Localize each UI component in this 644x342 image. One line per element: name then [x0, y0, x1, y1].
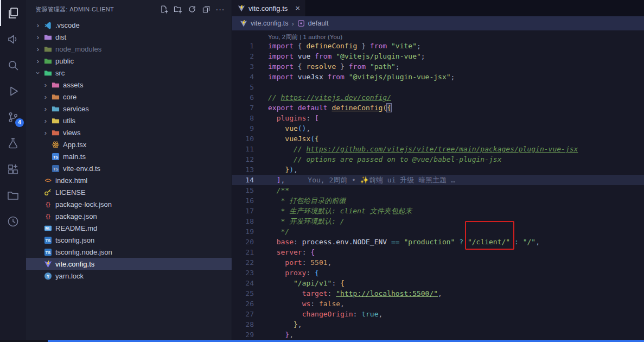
line-number[interactable]: 25	[232, 288, 254, 299]
chevron-collapsed-icon[interactable]: ›	[41, 117, 50, 125]
tree-item-views[interactable]: ›views	[26, 126, 232, 138]
line-number[interactable]: 14	[232, 175, 254, 185]
code-line-4[interactable]: 4import vueJsx from "@vitejs/plugin-vue-…	[232, 72, 644, 82]
line-number[interactable]: 27	[232, 309, 254, 319]
chevron-collapsed-icon[interactable]: ›	[41, 81, 50, 89]
breadcrumb-symbol[interactable]: default	[308, 20, 329, 27]
collapse-all-button[interactable]	[200, 3, 212, 15]
tree-item-public[interactable]: ›public	[26, 55, 232, 67]
code-line-21[interactable]: 21 server: {	[232, 247, 644, 257]
codelens-annotation[interactable]: You, 2周前 | 1 author (You)	[268, 30, 342, 41]
code-line-19[interactable]: 19 */	[232, 226, 644, 237]
line-number[interactable]: 12	[232, 154, 254, 164]
tree-item-dist[interactable]: ›dist	[26, 31, 232, 43]
code-line-5[interactable]: 5	[232, 82, 644, 92]
code-line-12[interactable]: 12 // options are passed on to @vue/babe…	[232, 154, 644, 164]
tree-item-package-lock.json[interactable]: {}package-lock.json	[26, 198, 232, 210]
code-line-10[interactable]: 10 vueJsx({	[232, 134, 644, 144]
activity-item-search[interactable]	[0, 52, 26, 78]
activity-item-source-control[interactable]: 4	[0, 104, 26, 130]
chevron-expanded-icon[interactable]: ›	[34, 68, 42, 77]
code-line-28[interactable]: 28 },	[232, 319, 644, 330]
tree-item-App.tsx[interactable]: App.tsx	[26, 138, 232, 150]
code-line-7[interactable]: 7export default defineConfig({	[232, 103, 644, 113]
line-number[interactable]: 17	[232, 206, 254, 216]
code-line-18[interactable]: 18 * 开发环境默认: /	[232, 216, 644, 226]
chevron-collapsed-icon[interactable]: ›	[34, 33, 42, 41]
close-tab-icon[interactable]: ×	[295, 4, 300, 12]
line-number[interactable]: 16	[232, 195, 254, 206]
code-line-29[interactable]: 29 },	[232, 330, 644, 340]
tree-item-package.json[interactable]: {}package.json	[26, 210, 232, 222]
tree-item-README.md[interactable]: M↓README.md	[26, 222, 232, 234]
activity-item-file-manager[interactable]	[0, 182, 26, 208]
line-number[interactable]: 8	[232, 113, 254, 123]
line-number[interactable]: 19	[232, 226, 254, 237]
code-line-13[interactable]: 13 }),	[232, 164, 644, 175]
code-line-17[interactable]: 17 * 生产环境默认: client 文件夹包起来	[232, 206, 644, 216]
line-number[interactable]: 26	[232, 299, 254, 309]
chevron-collapsed-icon[interactable]: ›	[41, 93, 50, 101]
line-number[interactable]: 4	[232, 72, 254, 82]
tree-item-index.html[interactable]: <>index.html	[26, 174, 232, 186]
code-line-16[interactable]: 16 * 打包给目录的前缀	[232, 195, 644, 206]
code-line-22[interactable]: 22 port: 5501,	[232, 257, 644, 268]
code-line-6[interactable]: 6// https://vitejs.dev/config/	[232, 92, 644, 103]
chevron-collapsed-icon[interactable]: ›	[41, 105, 50, 113]
line-number[interactable]: 9	[232, 123, 254, 134]
line-number[interactable]: 7	[232, 103, 254, 113]
code-line-25[interactable]: 25 target: "http://localhost:5500/",	[232, 288, 644, 299]
tab-vite-config-ts[interactable]: vite.config.ts ×	[232, 0, 306, 16]
tree-item-services[interactable]: ›services	[26, 103, 232, 115]
line-number[interactable]: 10	[232, 134, 254, 144]
chevron-collapsed-icon[interactable]: ›	[34, 45, 42, 53]
tree-item-core[interactable]: ›core	[26, 91, 232, 103]
tree-item-utils[interactable]: ›utils	[26, 115, 232, 126]
line-number[interactable]: 2	[232, 51, 254, 61]
activity-item-run-debug[interactable]	[0, 78, 26, 104]
tree-item-vite-env.d.ts[interactable]: TSvite-env.d.ts	[26, 162, 232, 174]
more-button[interactable]: ···	[214, 3, 226, 15]
code-editor[interactable]: You, 2周前 | 1 author (You) 1import { defi…	[232, 30, 644, 340]
chevron-collapsed-icon[interactable]: ›	[41, 129, 50, 137]
code-line-1[interactable]: 1import { defineConfig } from "vite";	[232, 41, 644, 51]
breadcrumb-file[interactable]: vite.config.ts	[251, 20, 288, 27]
line-number[interactable]: 23	[232, 268, 254, 278]
line-number[interactable]: 20	[232, 237, 254, 247]
tree-item-tsconfig.node.json[interactable]: TStsconfig.node.json	[26, 246, 232, 258]
code-line-20[interactable]: 20 base: process.env.NODE_ENV == "produc…	[232, 237, 644, 247]
line-number[interactable]: 1	[232, 41, 254, 51]
refresh-button[interactable]	[186, 3, 198, 15]
activity-item-broadcast[interactable]	[0, 26, 26, 52]
tree-item-node_modules[interactable]: ›node_modules	[26, 43, 232, 55]
code-line-14[interactable]: 14 ],You, 2周前 • ✨前端 ui 升级 暗黑主题 …	[232, 175, 644, 185]
line-number[interactable]: 13	[232, 164, 254, 175]
line-number[interactable]: 22	[232, 257, 254, 268]
code-line-11[interactable]: 11 // https://github.com/vitejs/vite/tre…	[232, 144, 644, 154]
activity-item-testing[interactable]	[0, 130, 26, 156]
chevron-collapsed-icon[interactable]: ›	[34, 21, 42, 29]
line-number[interactable]: 29	[232, 330, 254, 340]
new-folder-button[interactable]	[172, 3, 184, 15]
code-line-24[interactable]: 24 "/api/v1": {	[232, 278, 644, 288]
tree-item-assets[interactable]: ›assets	[26, 79, 232, 91]
code-line-15[interactable]: 15 /**	[232, 185, 644, 195]
code-line-8[interactable]: 8 plugins: [	[232, 113, 644, 123]
code-line-9[interactable]: 9 vue(),	[232, 123, 644, 134]
code-line-2[interactable]: 2import vue from "@vitejs/plugin-vue";	[232, 51, 644, 61]
line-number[interactable]: 11	[232, 144, 254, 154]
tree-item-src[interactable]: ›src	[26, 67, 232, 79]
line-number[interactable]: 28	[232, 319, 254, 330]
line-number[interactable]: 5	[232, 82, 254, 92]
line-number[interactable]: 6	[232, 92, 254, 103]
code-line-3[interactable]: 3import { resolve } from "path";	[232, 61, 644, 72]
chevron-collapsed-icon[interactable]: ›	[34, 57, 42, 65]
tree-item-.vscode[interactable]: ›.vscode	[26, 19, 232, 31]
activity-item-extensions[interactable]	[0, 156, 26, 182]
tree-item-LICENSE[interactable]: LICENSE	[26, 186, 232, 198]
new-file-button[interactable]	[158, 3, 170, 15]
activity-item-explorer[interactable]	[0, 0, 26, 26]
line-number[interactable]: 15	[232, 185, 254, 195]
tree-item-tsconfig.json[interactable]: TStsconfig.json	[26, 234, 232, 246]
tree-item-main.ts[interactable]: TSmain.ts	[26, 150, 232, 162]
